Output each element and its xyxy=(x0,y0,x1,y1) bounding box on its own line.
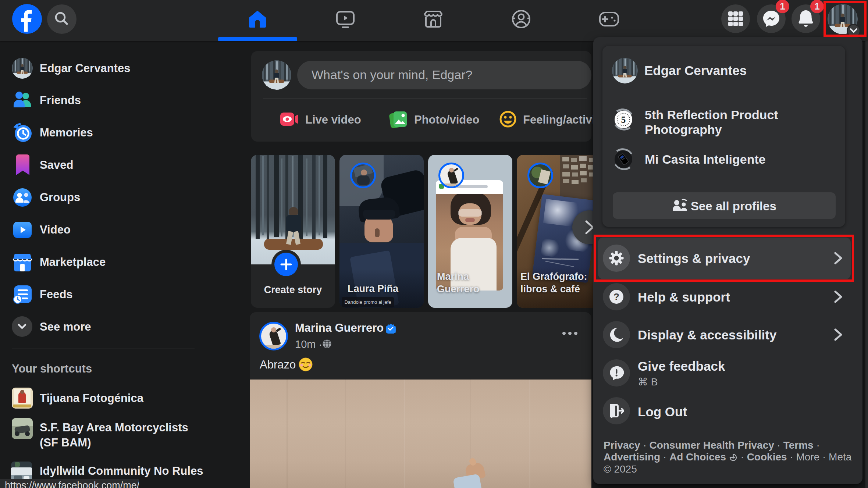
svg-text:?: ? xyxy=(613,291,619,302)
svg-text:5: 5 xyxy=(621,115,626,125)
